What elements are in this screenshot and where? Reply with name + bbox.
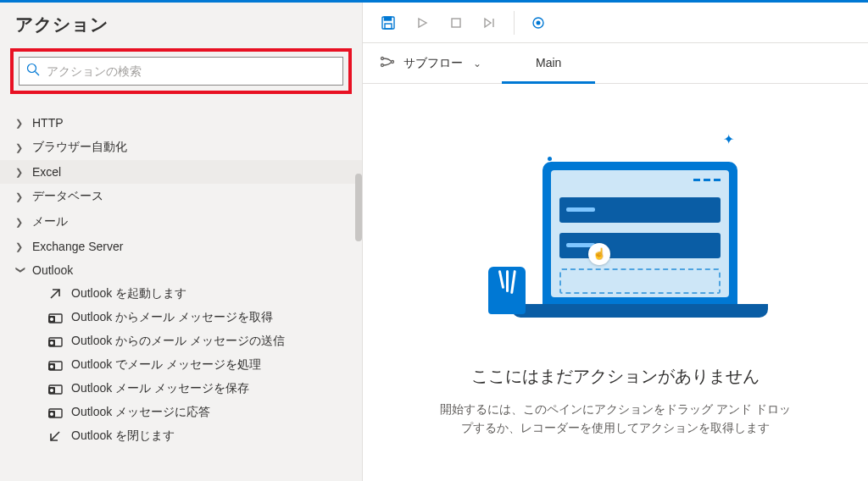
category-browser-automation[interactable]: ❯ブラウザー自動化 <box>0 135 362 160</box>
svg-point-11 <box>50 365 53 368</box>
run-button[interactable] <box>407 8 437 38</box>
subflow-icon <box>380 56 395 70</box>
scrollbar[interactable] <box>355 174 362 241</box>
subflow-label: サブフロー <box>403 56 463 71</box>
arrow-down-left-icon <box>47 428 63 444</box>
category-excel[interactable]: ❯Excel <box>0 160 362 184</box>
svg-point-30 <box>392 61 394 64</box>
outlook-mail-icon <box>47 381 63 396</box>
cursor-hand-icon: ☝ <box>588 243 610 265</box>
step-button[interactable] <box>475 8 505 38</box>
svg-line-18 <box>51 432 59 440</box>
search-icon <box>26 63 40 80</box>
action-send-message[interactable]: Outlook からのメール メッセージの送信 <box>0 329 362 353</box>
category-database[interactable]: ❯データベース <box>0 184 362 209</box>
main-area: サブフロー ⌄ Main ✦ ✦ ☝ <box>363 3 868 481</box>
chevron-right-icon: ❯ <box>15 168 25 177</box>
action-close-outlook[interactable]: Outlook を閉じます <box>0 424 362 448</box>
search-box[interactable] <box>19 57 343 86</box>
svg-point-0 <box>28 64 36 73</box>
category-mail[interactable]: ❯メール <box>0 209 362 235</box>
action-respond-message[interactable]: Outlook メッセージに応答 <box>0 401 362 424</box>
chevron-right-icon: ❯ <box>15 143 25 152</box>
svg-point-17 <box>50 412 53 416</box>
save-button[interactable] <box>373 8 403 38</box>
svg-rect-20 <box>385 17 392 20</box>
sidebar-title: アクション <box>0 3 362 45</box>
outlook-mail-icon <box>47 405 63 420</box>
svg-line-2 <box>51 290 59 298</box>
action-process-message[interactable]: Outlook でメール メッセージを処理 <box>0 353 362 377</box>
sparkle-icon: ✦ <box>723 131 734 147</box>
svg-line-1 <box>36 72 40 76</box>
actions-sidebar: アクション ❯HTTP ❯ブラウザー自動化 ❯Excel ❯データベース ❯メー… <box>0 3 363 481</box>
pen-cup-icon <box>488 267 526 314</box>
empty-subtitle: 開始するには、このペインにアクションをドラッグ アンド ドロップするか、レコーダ… <box>437 400 793 438</box>
svg-marker-24 <box>485 19 491 27</box>
dot-icon <box>548 157 552 161</box>
tab-main[interactable]: Main <box>502 44 595 84</box>
tabbar: サブフロー ⌄ Main <box>363 43 868 84</box>
empty-title: ここにはまだアクションがありません <box>471 365 760 388</box>
flow-canvas[interactable]: ✦ ✦ ☝ ここにはまだアクションがありません 開始するには、このペインにアクシ… <box>363 84 868 481</box>
toolbar <box>363 3 868 43</box>
outlook-mail-icon <box>47 357 63 373</box>
outlook-mail-icon <box>47 310 63 325</box>
svg-point-27 <box>537 20 541 25</box>
subflow-dropdown[interactable]: サブフロー ⌄ <box>368 43 493 83</box>
svg-point-14 <box>50 389 53 392</box>
chevron-down-icon: ⌄ <box>473 58 481 69</box>
action-tree[interactable]: ❯HTTP ❯ブラウザー自動化 ❯Excel ❯データベース ❯メール ❯Exc… <box>0 106 362 481</box>
svg-point-5 <box>50 318 53 321</box>
category-outlook[interactable]: ❯Outlook <box>0 258 362 282</box>
outlook-mail-icon <box>47 334 63 349</box>
chevron-right-icon: ❯ <box>15 119 25 128</box>
toolbar-separator <box>514 11 515 35</box>
category-exchange-server[interactable]: ❯Exchange Server <box>0 235 362 258</box>
stop-button[interactable] <box>441 8 471 38</box>
category-http[interactable]: ❯HTTP <box>0 111 362 135</box>
outlook-actions-list: Outlook を起動します Outlook からメール メッセージを取得 Ou… <box>0 282 362 448</box>
empty-illustration: ✦ ✦ ☝ <box>463 128 768 348</box>
chevron-right-icon: ❯ <box>15 218 25 227</box>
search-input[interactable] <box>47 64 336 78</box>
record-button[interactable] <box>523 8 554 38</box>
svg-point-8 <box>50 341 53 345</box>
action-launch-outlook[interactable]: Outlook を起動します <box>0 282 362 306</box>
arrow-up-right-icon <box>47 286 63 301</box>
action-retrieve-messages[interactable]: Outlook からメール メッセージを取得 <box>0 306 362 329</box>
chevron-right-icon: ❯ <box>15 242 25 252</box>
svg-point-29 <box>381 64 384 67</box>
svg-rect-21 <box>385 24 392 29</box>
search-highlight-box <box>10 48 352 94</box>
action-save-message[interactable]: Outlook メール メッセージを保存 <box>0 377 362 401</box>
chevron-right-icon: ❯ <box>15 192 25 202</box>
svg-rect-23 <box>452 19 460 27</box>
chevron-down-icon: ❯ <box>16 265 25 275</box>
svg-point-28 <box>381 58 384 60</box>
svg-marker-22 <box>419 19 426 27</box>
